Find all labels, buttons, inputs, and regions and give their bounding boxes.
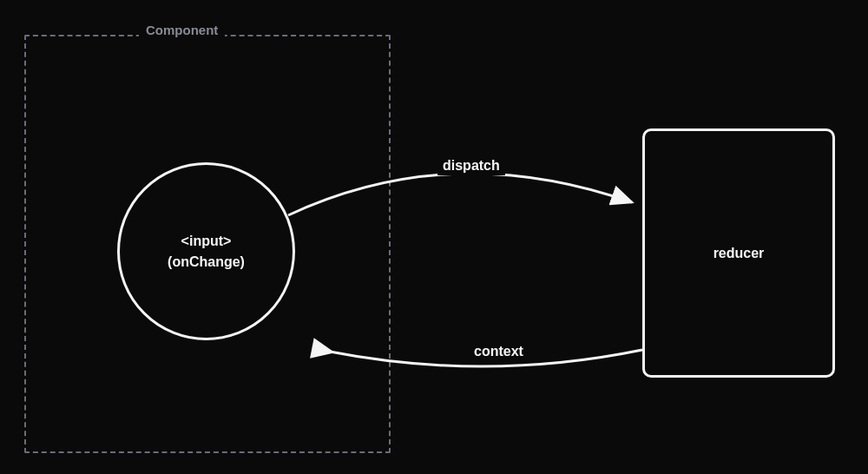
input-node-line2: (onChange): [168, 252, 245, 273]
input-node: <input> (onChange): [117, 162, 295, 340]
reducer-node: reducer: [642, 128, 835, 378]
dispatch-label: dispatch: [437, 156, 505, 175]
context-label: context: [469, 342, 529, 361]
component-label: Component: [139, 23, 225, 37]
reducer-label: reducer: [713, 246, 765, 261]
input-node-line1: <input>: [181, 231, 232, 252]
